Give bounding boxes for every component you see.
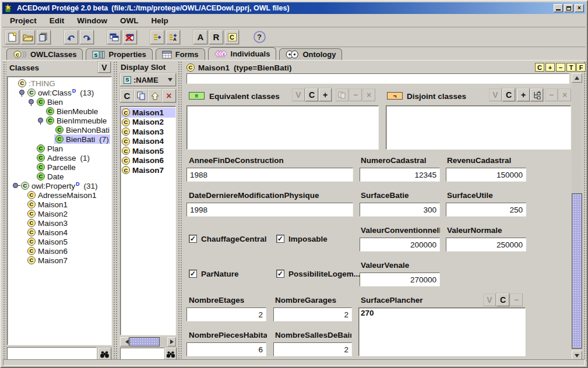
revenu-field[interactable] (446, 168, 526, 182)
instance-item-maison6[interactable]: CMaison6 (121, 156, 175, 166)
instance-item-maison5[interactable]: CMaison5 (121, 146, 175, 156)
npieces-field[interactable] (186, 342, 266, 356)
annee-field[interactable] (186, 168, 353, 182)
cascade-windows-button[interactable] (107, 30, 121, 44)
redo-button[interactable] (80, 30, 94, 44)
possibilitelogement-checkbox[interactable]: ✓ (276, 270, 284, 278)
v-scrollbar-thumb[interactable] (572, 193, 582, 349)
menu-owl[interactable]: OWL (114, 15, 145, 26)
tree-node-adresse[interactable]: CAdresse(1) (8, 153, 111, 162)
v-scroll-up-button[interactable] (572, 73, 582, 83)
tab-ontology[interactable]: Ontology (279, 48, 342, 60)
instance-name-field[interactable] (186, 73, 569, 84)
equiv-remove-button[interactable]: − (349, 89, 362, 101)
tab-forms[interactable]: Forms (156, 48, 205, 60)
tree-node-maison5[interactable]: CMaison5 (8, 237, 111, 246)
tree-expand-handle[interactable] (19, 89, 25, 97)
tree-node-parcelle[interactable]: CParcelle (8, 162, 111, 172)
splitter-classes-instances[interactable] (113, 61, 118, 362)
tree-node-owl-class[interactable]: Cowl:ClassD(13) (8, 88, 111, 97)
tree-node-date[interactable]: CDate (8, 172, 111, 181)
tree-expand-handle[interactable] (28, 98, 34, 106)
create-instance-button[interactable]: C (120, 89, 134, 102)
classes-view-button[interactable]: V (98, 62, 111, 73)
form-f-button[interactable]: F (576, 63, 586, 72)
tree-node-maison6[interactable]: CMaison6 (8, 246, 111, 256)
tree-node-adressemaison1[interactable]: CAdresseMaison1 (8, 190, 111, 200)
parnature-checkbox[interactable]: ✓ (189, 270, 197, 278)
disjoint-remove-button[interactable]: − (545, 89, 558, 101)
maximize-button[interactable] (564, 4, 573, 12)
close-button[interactable]: × (575, 4, 584, 12)
tree-expand-handle[interactable] (37, 117, 44, 125)
save-project-button[interactable] (37, 30, 51, 44)
a-button[interactable]: A (193, 30, 207, 44)
form-minus-button[interactable]: − (556, 63, 565, 72)
undo-button[interactable] (64, 30, 78, 44)
menu-project[interactable]: Project (3, 15, 43, 26)
surfplancher-value[interactable]: 270 (361, 309, 374, 317)
equiv-copy-button[interactable] (336, 89, 348, 101)
menu-help[interactable]: Help (145, 15, 174, 26)
splitter-instances-form[interactable] (178, 61, 183, 362)
form-plus-button[interactable]: + (545, 63, 555, 72)
equiv-add-button[interactable]: + (319, 89, 332, 101)
tab-owlclasses[interactable]: COWLClasses (6, 48, 83, 60)
imposable-checkbox[interactable]: ✓ (276, 235, 284, 243)
h-scroll-right-button[interactable] (167, 337, 176, 346)
surfplancher-create-button[interactable]: C (497, 293, 509, 306)
instance-item-maison2[interactable]: CMaison2 (121, 118, 175, 128)
tree-node-maison1[interactable]: CMaison1 (8, 200, 111, 209)
chauffagecentral-checkbox[interactable]: ✓ (189, 235, 197, 243)
numero-field[interactable] (360, 168, 440, 182)
tree-node-bienimmeuble[interactable]: CBienImmeuble (8, 116, 111, 125)
surfplancher-list[interactable]: 270 (358, 307, 526, 356)
tab-properties[interactable]: SProperties (86, 48, 152, 60)
surfbatie-field[interactable] (360, 203, 440, 217)
c-button[interactable]: C (225, 30, 239, 44)
equivalent-classes-list[interactable] (186, 105, 379, 150)
disjoint-classes-list[interactable] (386, 105, 571, 150)
display-slot-dropdown[interactable]: S :NAME (120, 73, 176, 86)
insert-instance-button[interactable] (150, 30, 164, 44)
help-button[interactable]: ? (252, 30, 266, 44)
tree-node-biennonbati[interactable]: CBienNonBati (8, 125, 111, 135)
valnorm-field[interactable] (446, 238, 526, 252)
tree-node-plan[interactable]: CPlan (8, 144, 111, 153)
instance-item-maison1[interactable]: CMaison1 (121, 108, 175, 118)
instance-item-maison7[interactable]: CMaison7 (121, 165, 175, 175)
promote-instance-button[interactable] (148, 89, 162, 102)
tree-node-maison4[interactable]: CMaison4 (8, 228, 111, 237)
tree-node-maison3[interactable]: CMaison3 (8, 218, 111, 228)
copy-instance-button[interactable] (134, 89, 148, 102)
disjoint-create-button[interactable]: C (502, 89, 515, 101)
h-scrollbar-thumb[interactable] (129, 337, 160, 346)
new-project-button[interactable] (5, 30, 19, 44)
equiv-delete-button[interactable]: × (362, 89, 375, 101)
tab-individuals[interactable]: IIndividuals (208, 47, 277, 60)
surfutile-field[interactable] (446, 203, 526, 217)
menu-window[interactable]: Window (71, 15, 114, 26)
tree-node-maison7[interactable]: CMaison7 (8, 256, 111, 265)
datemod-field[interactable] (186, 203, 353, 217)
netages-field[interactable] (186, 307, 266, 321)
form-t-button[interactable]: T (566, 63, 576, 72)
tree-node-thing[interactable]: C:THING (8, 79, 111, 88)
minimize-button[interactable] (554, 4, 563, 12)
tree-node-maison2[interactable]: CMaison2 (8, 209, 111, 218)
class-tree[interactable]: C:THING Cowl:ClassD(13) CBien CBienMeubl… (7, 76, 112, 345)
nsalles-field[interactable] (273, 342, 352, 356)
tree-node-bienbati[interactable]: CBienBati(7) (8, 135, 111, 144)
surfplancher-view-button[interactable]: V (483, 293, 496, 306)
disjoint-delete-button[interactable]: × (558, 89, 571, 101)
disjoint-add-siblings-button[interactable] (530, 89, 543, 101)
equiv-create-button[interactable]: C (305, 89, 318, 101)
close-view-button[interactable] (123, 30, 137, 44)
open-project-button[interactable] (21, 30, 35, 44)
form-c-button[interactable]: C (535, 63, 544, 72)
r-button[interactable]: R (209, 30, 223, 44)
instance-item-maison4[interactable]: CMaison4 (121, 137, 175, 147)
instance-list[interactable]: CMaison1 CMaison2 CMaison3 CMaison4 CMai… (120, 106, 176, 335)
tree-node-owl-property[interactable]: Cowl:PropertyD(31) (8, 181, 111, 190)
menu-edit[interactable]: Edit (43, 15, 71, 26)
